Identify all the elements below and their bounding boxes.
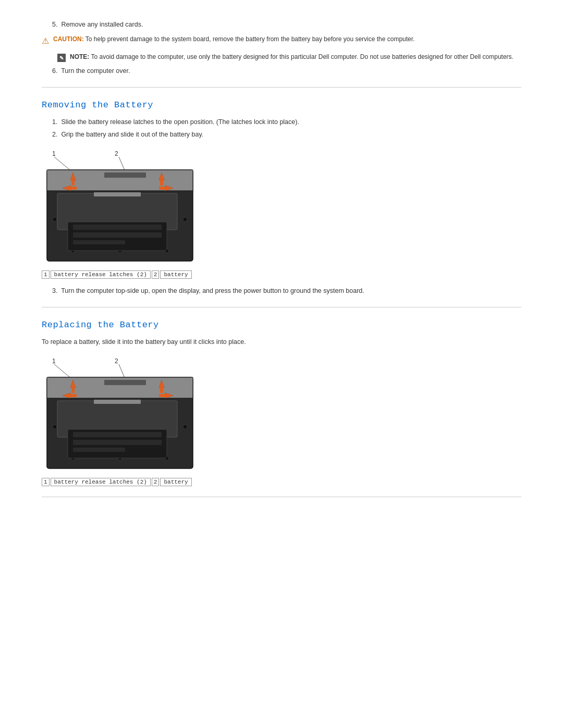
note-text: NOTE: To avoid damage to the computer, u… — [70, 53, 513, 60]
note-block: ✎ NOTE: To avoid damage to the computer,… — [57, 53, 521, 62]
svg-rect-49 — [73, 432, 162, 437]
battery-svg-1: 1 2 — [42, 146, 198, 266]
svg-rect-40 — [159, 394, 165, 397]
legend-3-num: 1 — [42, 478, 50, 486]
svg-rect-51 — [73, 448, 125, 452]
step-6-num: 6. — [52, 67, 57, 75]
legend-1-label: battery release latches (2) — [51, 270, 151, 279]
divider-2 — [42, 307, 521, 307]
caution-icon: ⚠ — [42, 36, 49, 46]
svg-text:1: 1 — [52, 357, 56, 365]
svg-text:1: 1 — [52, 150, 56, 157]
battery-diagram-2: 1 2 — [42, 354, 198, 486]
svg-rect-42 — [94, 400, 141, 404]
legend-4-label: battery — [160, 478, 191, 486]
remove-step-2: 2. Grip the battery and slide it out of … — [42, 131, 521, 138]
svg-point-17 — [53, 217, 57, 221]
battery-svg-2: 1 2 — [42, 354, 198, 474]
remove-step-3-text: Turn the computer top-side up, open the … — [61, 287, 364, 294]
svg-rect-32 — [104, 380, 146, 385]
svg-rect-36 — [70, 394, 77, 397]
svg-point-18 — [183, 217, 187, 221]
remove-step-1: 1. Slide the battery release latches to … — [42, 118, 521, 126]
step-5-text: Remove any installed cards. — [61, 21, 143, 28]
note-icon: ✎ — [57, 54, 66, 62]
remove-step-2-num: 2. — [52, 131, 57, 138]
step-5: 5. Remove any installed cards. — [42, 21, 521, 28]
caution-text: CAUTION: To help prevent damage to the s… — [53, 35, 414, 43]
caution-label: CAUTION: — [53, 35, 84, 43]
svg-rect-14 — [159, 187, 165, 190]
svg-rect-8 — [71, 180, 75, 186]
removing-battery-title: Removing the Battery — [42, 100, 521, 110]
caution-block: ⚠ CAUTION: To help prevent damage to the… — [42, 35, 521, 46]
legend-2-num: 2 — [152, 270, 160, 279]
remove-step-1-text: Slide the battery release latches to the… — [61, 118, 299, 126]
svg-rect-12 — [160, 180, 163, 186]
svg-point-44 — [183, 425, 187, 429]
divider-1 — [42, 87, 521, 88]
step-6-text: Turn the computer over. — [61, 67, 130, 75]
legend-3-label: battery release latches (2) — [51, 478, 151, 486]
svg-text:2: 2 — [115, 150, 118, 157]
svg-rect-6 — [104, 172, 146, 178]
caution-body: To help prevent damage to the system boa… — [84, 35, 415, 43]
diagram-1-legend: 1 battery release latches (2) 2 battery — [42, 270, 198, 279]
replacing-battery-title: Replacing the Battery — [42, 320, 521, 330]
replacing-intro: To replace a battery, slide it into the … — [42, 338, 521, 346]
diagram-2-legend: 1 battery release latches (2) 2 battery — [42, 478, 198, 486]
remove-step-2-text: Grip the battery and slide it out of the… — [61, 131, 203, 138]
legend-4-num: 2 — [152, 478, 160, 486]
step-5-num: 5. — [52, 21, 57, 28]
legend-1-num: 1 — [42, 270, 50, 279]
note-label: NOTE: — [70, 53, 89, 60]
svg-rect-38 — [160, 388, 163, 393]
svg-line-29 — [119, 364, 125, 379]
svg-rect-10 — [70, 187, 77, 190]
svg-rect-24 — [73, 232, 162, 238]
legend-2-label: battery — [160, 270, 191, 279]
remove-step-3: 3. Turn the computer top-side up, open t… — [42, 287, 521, 294]
svg-rect-50 — [73, 440, 162, 445]
battery-diagram-1: 1 2 — [42, 146, 198, 279]
svg-point-43 — [53, 425, 57, 429]
svg-rect-16 — [94, 192, 141, 196]
svg-rect-23 — [73, 225, 162, 230]
note-body: To avoid damage to the computer, use onl… — [89, 53, 513, 60]
remove-step-1-num: 1. — [52, 118, 57, 126]
svg-rect-34 — [71, 388, 75, 393]
svg-text:2: 2 — [115, 357, 118, 365]
svg-line-3 — [119, 157, 125, 171]
remove-step-3-num: 3. — [52, 287, 57, 294]
svg-rect-25 — [73, 240, 125, 244]
divider-3 — [42, 497, 521, 497]
step-6: 6. Turn the computer over. — [42, 67, 521, 75]
